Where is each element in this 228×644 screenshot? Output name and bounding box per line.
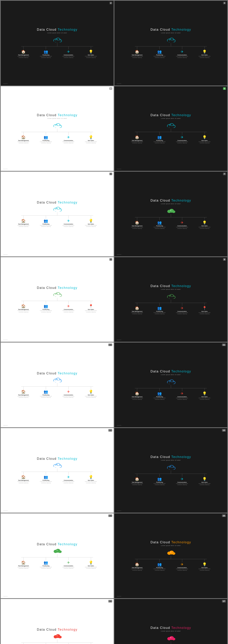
- item-label-2-2: Positioning: [42, 54, 49, 56]
- footer-12: Hyperlink: [3, 510, 8, 511]
- footer-2: Hyperlink: [3, 83, 8, 84]
- diagram-2: C 🏠 Task Management Lorem ipsum dolor si…: [4, 36, 110, 58]
- footer-13: Hyperlink: [117, 510, 121, 511]
- connector-9: [171, 300, 171, 303]
- slide-number-9: 9: [223, 258, 226, 261]
- hbar-12: 🏠Task ManagementLorem ipsum dolor sit am…: [12, 472, 102, 484]
- slide-subtitle-4: Lorem ipsum dolor sit amet: [48, 118, 67, 119]
- slide-subtitle-13: Lorem ipsum dolor sit amet: [161, 460, 180, 461]
- diagram-4: C 🏠Task ManagementLorem ipsum dolor sit …: [4, 122, 110, 144]
- slide-subtitle-15: Lorem ipsum dolor sit amet: [161, 545, 180, 546]
- svg-text:C: C: [170, 380, 171, 382]
- cloud-svg-16: C: [52, 632, 62, 639]
- cloud-svg-14: C: [52, 547, 62, 554]
- slide-number-12: 12: [108, 429, 112, 432]
- diagram-14: C 🏠Task ManagementLorem ipsum dolor sit …: [4, 547, 110, 569]
- slide-title-2: Data Cloud Technology: [37, 28, 78, 32]
- svg-point-70: [58, 636, 62, 638]
- diagram-13: C 🏠Task ManagementLorem ipsum dolor sit …: [118, 463, 224, 486]
- slide-17: 17 Data Cloud Technology Lorem ipsum dol…: [114, 599, 227, 644]
- slide-title-8: Data Cloud Technology: [37, 286, 78, 290]
- svg-text:C: C: [170, 210, 171, 211]
- slide-title-10: Data Cloud Technology: [37, 372, 78, 375]
- svg-text:C: C: [57, 550, 58, 551]
- footer-11: Hyperlink: [117, 425, 121, 426]
- slide-title-15: Data Cloud Technology: [150, 540, 191, 544]
- slide-2: 2 Data Cloud Technology Lorem ipsum dolo…: [1, 1, 114, 86]
- hbar-3: 🏠Task ManagementLorem ipsum dolor sit am…: [126, 46, 216, 58]
- cloud-svg-7: C: [166, 207, 176, 214]
- slide-14: 14 Data Cloud Technology C 🏠Task Managem…: [1, 514, 114, 598]
- diagram-17: C 🏠Task ManagementLorem ipsum dolor sit …: [118, 634, 224, 644]
- svg-rect-43: [54, 380, 60, 382]
- item-text-2-1: Lorem ipsum dolor sit amet, consectetur …: [17, 56, 30, 58]
- slide-number-7: 7: [223, 173, 226, 175]
- item-text-2-2: Lorem ipsum dolor sit amet, consectetur …: [40, 56, 52, 58]
- item-col-2-2: 👥 Positioning Lorem ipsum dolor sit amet…: [35, 46, 57, 58]
- cloud-svg-15: C: [166, 549, 176, 556]
- slide-11: 11 Data Cloud Technology Lorem ipsum dol…: [114, 342, 227, 427]
- hbar-10: 🏠Task ManagementLorem ipsum dolor sit am…: [12, 386, 102, 398]
- svg-text:C: C: [170, 295, 171, 296]
- slide-number-6: 6: [109, 173, 112, 175]
- connector-17: [171, 641, 171, 644]
- slide-3: 3 Data Cloud Technology Lorem ipsum dolo…: [114, 1, 227, 86]
- hbar-9: 🏠Task ManagementLorem ipsum dolor sit am…: [126, 303, 216, 315]
- slide-subtitle-9: Lorem ipsum dolor sit amet: [161, 289, 180, 290]
- cloud-svg-2: C: [52, 36, 62, 43]
- diagram-12: C 🏠Task ManagementLorem ipsum dolor sit …: [4, 461, 110, 484]
- hbar-4: 🏠Task ManagementLorem ipsum dolor sit am…: [12, 132, 102, 144]
- slide-5: 5 Data Cloud Technology Lorem ipsum dolo…: [114, 86, 227, 171]
- footer-15: Hyperlink: [117, 596, 121, 597]
- slide-title-3: Data Cloud Technology: [150, 28, 191, 32]
- slide-subtitle-5: Lorem ipsum dolor sit amet: [161, 118, 180, 119]
- item-icon-2-2: 👥: [44, 50, 48, 54]
- footer-3: Hyperlink: [117, 83, 121, 84]
- svg-rect-19: [168, 126, 174, 128]
- svg-text:C: C: [57, 635, 58, 636]
- item-col-2-1: 🏠 Task Management Lorem ipsum dolor sit …: [12, 46, 35, 58]
- slide-number-5: 5: [223, 87, 226, 90]
- slide-title-4: Data Cloud Technology: [37, 113, 78, 117]
- diagram-11: C 🏠Task ManagementLorem ipsum dolor sit …: [118, 378, 224, 400]
- cloud-svg-5: C: [166, 122, 176, 128]
- slide-title-12: Data Cloud Technology: [37, 457, 78, 461]
- svg-text:C: C: [170, 637, 171, 638]
- slide-number-10: 10: [108, 344, 112, 346]
- diagram-15: C 🏠Task ManagementLorem ipsum dolor sit …: [118, 549, 224, 571]
- slide-title-6: Data Cloud Technology: [37, 201, 78, 204]
- svg-text:C: C: [170, 551, 171, 553]
- diagram-7: C 🏠Task ManagementLorem ipsum dolor sit …: [118, 207, 224, 229]
- svg-point-62: [58, 550, 62, 553]
- slide-title-16: Data Cloud Technology: [37, 628, 78, 632]
- item-text-2-3: Lorem ipsum dolor sit amet, consectetur …: [62, 56, 75, 58]
- slide-subtitle-2: Lorem ipsum dolor sit amet: [48, 32, 67, 34]
- diagram-5: C 🏠Task ManagementLorem ipsum dolor sit …: [118, 122, 224, 144]
- footer-10: Hyperlink: [3, 425, 8, 426]
- slide-title-13: Data Cloud Technology: [150, 455, 191, 459]
- svg-text:C: C: [57, 124, 58, 126]
- slide-9: 9 Data Cloud Technology Lorem ipsum dolo…: [114, 257, 227, 342]
- item-text-2-4: Lorem ipsum dolor sit amet, consectetur …: [84, 56, 97, 58]
- svg-rect-24: [54, 210, 60, 211]
- svg-point-66: [172, 552, 175, 555]
- hbar-7: 🏠Task ManagementLorem ipsum dolor sit am…: [126, 217, 216, 229]
- slide-subtitle-11: Lorem ipsum dolor sit amet: [161, 374, 180, 375]
- svg-text:C: C: [170, 466, 171, 467]
- slide-number-14: 14: [108, 514, 112, 517]
- slide-7: 7 Data Cloud Technology Lorem ipsum dolo…: [114, 172, 227, 256]
- cloud-svg-4: C: [52, 122, 62, 128]
- svg-text:C: C: [57, 464, 58, 466]
- slide-number-13: 13: [222, 429, 226, 432]
- footer-8: Hyperlink: [3, 339, 8, 340]
- svg-rect-14: [54, 126, 60, 128]
- hbar-15: 🏠Task ManagementLorem ipsum dolor sit am…: [126, 559, 216, 571]
- svg-rect-33: [54, 295, 60, 296]
- svg-point-28: [172, 210, 175, 213]
- footer-4: Hyperlink: [3, 168, 8, 170]
- cloud-svg-11: C: [166, 378, 176, 384]
- connector-3: [171, 43, 171, 46]
- svg-text:C: C: [57, 378, 58, 380]
- cloud-svg-9: C: [166, 292, 176, 299]
- slide-number-15: 15: [222, 514, 226, 517]
